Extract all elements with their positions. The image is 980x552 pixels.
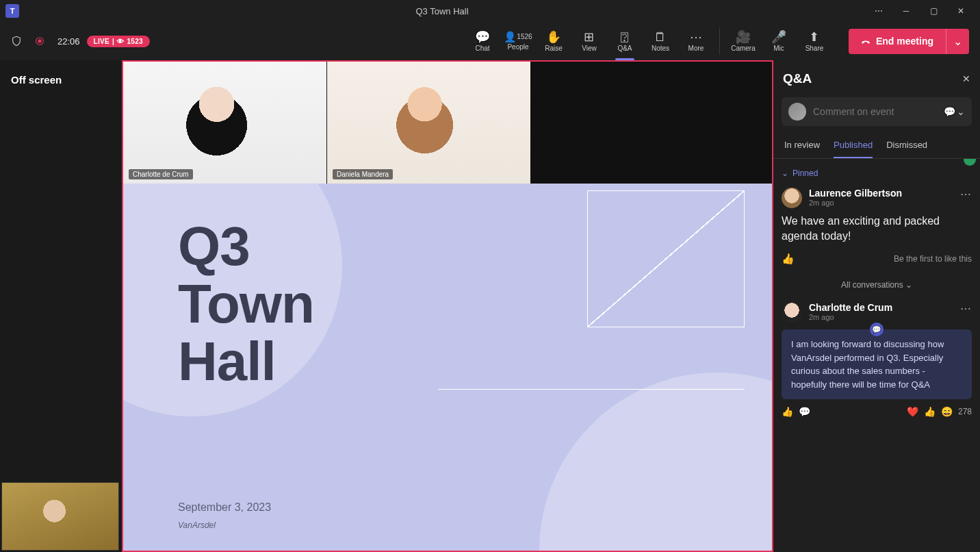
moderator-reply-icon: 💬	[870, 323, 884, 336]
shared-slide: Q3 Town Hall September 3, 2023 VanArsdel	[123, 184, 772, 551]
user-avatar	[788, 103, 806, 121]
people-button[interactable]: 👤1526 People	[500, 25, 536, 58]
window-title: Q3 Town Hall	[19, 6, 865, 16]
qa-button[interactable]: ⍰ Q&A	[607, 25, 643, 58]
qa-item-more-button[interactable]: ⋯	[960, 188, 972, 201]
qa-input-type-dropdown[interactable]: 💬⌄	[944, 106, 965, 117]
all-conversations-toggle[interactable]: All conversations ⌄	[782, 275, 972, 298]
teams-app-icon[interactable]: T	[5, 4, 19, 18]
record-icon[interactable]	[31, 33, 48, 49]
reaction-laugh-icon: 😄	[941, 406, 953, 417]
notes-button[interactable]: 🗒 Notes	[643, 25, 678, 58]
share-icon: ⬆	[809, 31, 819, 43]
avatar	[782, 188, 802, 208]
meeting-stage: Charlotte de Crum Daniela Mandera Q3 Tow…	[122, 60, 773, 552]
reaction-heart-icon: ❤️	[907, 406, 918, 417]
reply-button[interactable]: 💬	[799, 406, 810, 417]
mic-button[interactable]: 🎤 Mic	[761, 25, 797, 58]
reaction-count: 278	[958, 407, 972, 416]
pinned-section-toggle[interactable]: ⌄ Pinned	[782, 168, 972, 178]
qa-input[interactable]	[813, 106, 937, 117]
qa-item: Charlotte de Crum 2m ago ⋯ 💬 I am lookin…	[782, 298, 972, 427]
hand-icon: ✋	[546, 31, 561, 43]
chevron-down-icon: ⌄	[953, 35, 962, 48]
qa-item-more-button[interactable]: ⋯	[960, 302, 972, 315]
phone-down-icon	[861, 36, 871, 47]
camera-icon: 🎥	[736, 31, 751, 43]
raise-hand-button[interactable]: ✋ Raise	[536, 25, 571, 58]
qa-icon: ⍰	[621, 31, 628, 43]
qa-author: Charlotte de Crum	[809, 302, 892, 313]
more-button[interactable]: ⋯ More	[678, 25, 714, 58]
chevron-down-icon: ⌄	[905, 280, 912, 290]
svg-point-1	[38, 39, 41, 42]
minimize-button[interactable]: ─	[892, 0, 920, 22]
slide-date: September 3, 2023	[178, 501, 271, 514]
like-button[interactable]: 👍	[782, 253, 795, 265]
title-bar: T Q3 Town Hall ⋯ ─ ▢ ✕	[0, 0, 980, 22]
qa-highlighted-reply: 💬 I am looking forward to discussing how…	[782, 329, 972, 399]
participant-name: Charlotte de Crum	[129, 169, 193, 179]
more-icon: ⋯	[690, 31, 702, 43]
notes-icon: 🗒	[654, 31, 667, 43]
qa-item: Laurence Gilbertson 2m ago ⋯ We have an …	[782, 184, 972, 275]
tab-in-review[interactable]: In review	[784, 140, 820, 158]
qa-timestamp: 2m ago	[809, 313, 892, 321]
qa-author: Laurence Gilbertson	[809, 188, 902, 199]
off-screen-heading: Off screen	[11, 74, 111, 86]
avatar	[782, 302, 802, 323]
qa-panel-title: Q&A	[783, 71, 812, 86]
qa-close-button[interactable]: ✕	[962, 73, 970, 84]
shield-icon[interactable]	[8, 33, 25, 49]
participant-tile[interactable]: Charlotte de Crum	[123, 62, 326, 184]
participant-tile[interactable]: Daniela Mandera	[327, 62, 530, 184]
eye-icon: 👁	[117, 38, 124, 45]
share-button[interactable]: ⬆ Share	[797, 25, 832, 58]
slide-brand: VanArsdel	[178, 520, 216, 530]
chevron-down-icon: ⌄	[957, 106, 965, 117]
moderator-badge-icon	[964, 159, 976, 166]
chat-button[interactable]: 💬 Chat	[465, 25, 500, 58]
people-icon: 👤1526	[504, 32, 532, 42]
end-meeting-dropdown[interactable]: ⌄	[946, 29, 969, 54]
participant-name: Daniela Mandera	[333, 169, 393, 179]
live-badge: LIVE | 👁 1523	[87, 36, 150, 47]
close-button[interactable]: ✕	[947, 0, 975, 22]
left-rail: Off screen	[0, 60, 122, 552]
live-label: LIVE	[94, 38, 109, 45]
qa-text: We have an exciting and packed agenda to…	[782, 214, 972, 243]
ellipsis-button[interactable]: ⋯	[865, 0, 892, 22]
camera-button[interactable]: 🎥 Camera	[725, 25, 761, 58]
meeting-toolbar: 22:06 LIVE | 👁 1523 💬 Chat 👤1526 People …	[0, 22, 980, 60]
grid-icon: ⊞	[584, 31, 594, 43]
qa-comment-field[interactable]: 💬⌄	[782, 97, 972, 126]
reaction-thumb-icon: 👍	[924, 406, 936, 417]
maximize-button[interactable]: ▢	[920, 0, 947, 22]
meeting-timer: 22:06	[57, 36, 80, 47]
qa-timestamp: 2m ago	[809, 199, 902, 207]
thumbs-up-button[interactable]: 👍	[782, 406, 793, 417]
mic-icon: 🎤	[771, 31, 786, 43]
self-view[interactable]	[1, 482, 119, 551]
chevron-down-icon: ⌄	[782, 168, 788, 178]
viewer-count: 1523	[127, 38, 142, 45]
end-meeting-button[interactable]: End meeting	[849, 29, 946, 54]
tab-published[interactable]: Published	[834, 140, 873, 158]
first-like-hint: Be the first to like this	[894, 254, 972, 264]
view-button[interactable]: ⊞ View	[571, 25, 607, 58]
chat-icon: 💬	[475, 31, 490, 43]
tab-dismissed[interactable]: Dismissed	[886, 140, 927, 158]
qa-tabs: In review Published Dismissed	[773, 133, 980, 159]
slide-title: Q3 Town Hall	[178, 218, 314, 390]
qa-panel: Q&A ✕ 💬⌄ In review Published Dismissed ⌄…	[773, 60, 980, 552]
